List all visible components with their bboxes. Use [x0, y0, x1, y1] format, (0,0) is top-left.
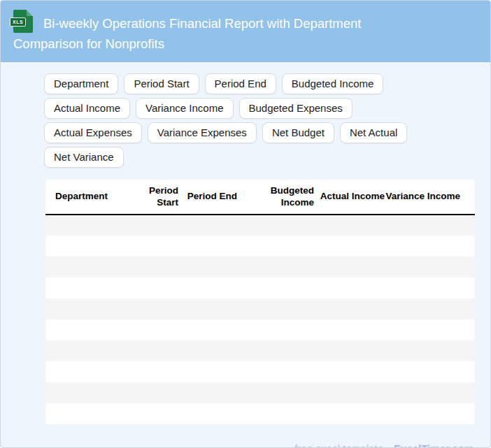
chip-budgeted-expenses[interactable]: Budgeted Expenses: [239, 98, 353, 119]
chip-actual-income[interactable]: Actual Income: [44, 98, 130, 119]
table-cell: [314, 361, 385, 382]
table-row: [45, 340, 475, 361]
report-table-wrap: DepartmentPeriod StartPeriod EndBudgeted…: [45, 180, 475, 424]
table-cell: [45, 236, 129, 256]
table-cell: [385, 340, 475, 361]
report-page: XLS Bi-weekly Operations Financial Repor…: [0, 0, 491, 448]
table-cell: [385, 236, 475, 256]
table-header-row: DepartmentPeriod StartPeriod EndBudgeted…: [45, 180, 475, 215]
table-cell: [45, 215, 129, 236]
chip-variance-income[interactable]: Variance Income: [136, 98, 233, 119]
table-cell: [385, 298, 475, 319]
table-row: [45, 403, 475, 424]
chip-actual-expenses[interactable]: Actual Expenses: [44, 122, 142, 143]
table-cell: [314, 277, 385, 298]
table-cell: [129, 236, 178, 256]
footer: free excel template -ExcelTimer.com: [1, 442, 474, 448]
table-cell: [45, 340, 129, 361]
table-row: [45, 236, 475, 256]
header-title-block: XLS Bi-weekly Operations Financial Repor…: [13, 10, 419, 54]
table-cell: [314, 256, 385, 277]
footer-brand-link[interactable]: ExcelTimer.com: [394, 442, 474, 448]
table-cell: [237, 277, 314, 298]
table-cell: [129, 361, 178, 382]
table-cell: [385, 403, 475, 424]
table-cell: [45, 298, 129, 319]
table-cell: [178, 403, 237, 424]
table-cell: [385, 361, 475, 382]
table-cell: [178, 340, 237, 361]
column-header-actual-income: Actual Income: [314, 180, 385, 215]
chip-net-variance[interactable]: Net Variance: [44, 147, 124, 168]
footer-text: free excel template -: [294, 442, 390, 448]
table-cell: [45, 277, 129, 298]
table-cell: [314, 403, 385, 424]
table-cell: [129, 382, 178, 403]
table-cell: [129, 215, 178, 236]
table-row: [45, 319, 475, 340]
table-cell: [129, 256, 178, 277]
table-cell: [45, 361, 129, 382]
table-row: [45, 298, 475, 319]
table-row: [45, 256, 475, 277]
table-cell: [237, 319, 314, 340]
chip-net-actual[interactable]: Net Actual: [340, 122, 407, 143]
table-cell: [237, 382, 314, 403]
table-row: [45, 361, 475, 382]
column-header-period-end: Period End: [178, 180, 237, 215]
report-header: XLS Bi-weekly Operations Financial Repor…: [1, 1, 490, 62]
table-cell: [314, 382, 385, 403]
table-cell: [237, 215, 314, 236]
table-cell: [178, 215, 237, 236]
table-cell: [237, 361, 314, 382]
table-cell: [314, 319, 385, 340]
table-cell: [178, 256, 237, 277]
table-cell: [178, 382, 237, 403]
table-cell: [314, 215, 385, 236]
table-cell: [314, 236, 385, 256]
table-cell: [129, 298, 178, 319]
table-cell: [385, 215, 475, 236]
table-cell: [45, 382, 129, 403]
column-header-budgeted-income: Budgeted Income: [237, 180, 314, 215]
xls-file-icon: XLS: [13, 10, 33, 33]
chip-variance-expenses[interactable]: Variance Expenses: [148, 122, 257, 143]
table-cell: [385, 277, 475, 298]
table-cell: [178, 319, 237, 340]
chip-department[interactable]: Department: [44, 73, 118, 94]
column-header-department: Department: [45, 180, 129, 215]
table-cell: [45, 319, 129, 340]
chip-budgeted-income[interactable]: Budgeted Income: [282, 73, 384, 94]
table-cell: [45, 403, 129, 424]
column-header-variance-income: Variance Income: [385, 180, 475, 215]
table-row: [45, 277, 475, 298]
table-cell: [237, 298, 314, 319]
xls-badge-label: XLS: [10, 17, 26, 27]
table-cell: [314, 298, 385, 319]
table-cell: [385, 319, 475, 340]
table-cell: [178, 361, 237, 382]
table-cell: [237, 340, 314, 361]
table-cell: [237, 256, 314, 277]
table-cell: [237, 236, 314, 256]
table-cell: [129, 277, 178, 298]
page-title: Bi-weekly Operations Financial Report wi…: [13, 16, 361, 51]
table-cell: [178, 298, 237, 319]
table-cell: [178, 277, 237, 298]
column-header-period-start: Period Start: [129, 180, 178, 215]
table-cell: [385, 382, 475, 403]
table-cell: [314, 340, 385, 361]
table-row: [45, 215, 475, 236]
table-cell: [129, 319, 178, 340]
chip-period-start[interactable]: Period Start: [124, 73, 199, 94]
table-cell: [129, 340, 178, 361]
table-row: [45, 382, 475, 403]
report-table: DepartmentPeriod StartPeriod EndBudgeted…: [45, 180, 475, 424]
chip-net-budget[interactable]: Net Budget: [262, 122, 334, 143]
table-cell: [129, 403, 178, 424]
field-chips: DepartmentPeriod StartPeriod EndBudgeted…: [44, 73, 450, 168]
table-cell: [237, 403, 314, 424]
table-cell: [45, 256, 129, 277]
table-cell: [385, 256, 475, 277]
chip-period-end[interactable]: Period End: [205, 73, 276, 94]
